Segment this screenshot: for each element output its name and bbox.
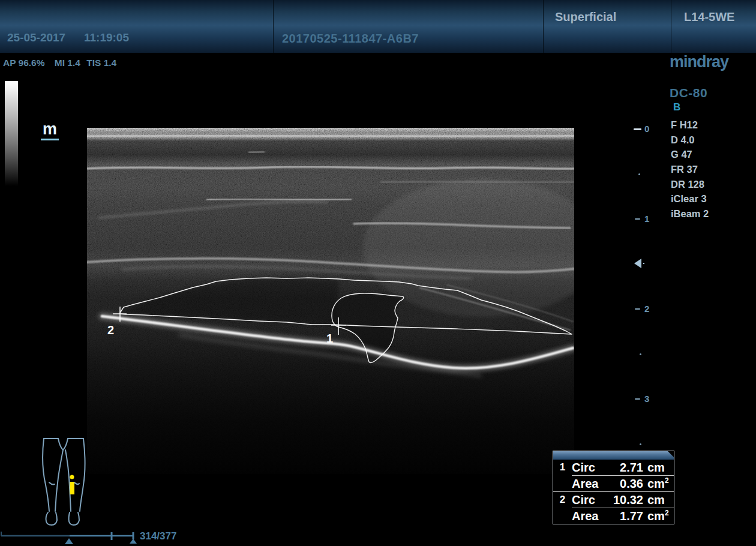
imaging-mode-label: B <box>673 101 680 113</box>
result-number: 1 <box>553 461 572 473</box>
ultrasound-image[interactable]: 2 1 <box>87 128 574 474</box>
ruler-tick <box>635 308 640 310</box>
ruler-tick <box>635 398 640 400</box>
imaging-parameter-list: F H12 D 4.0 G 47 FR 37 DR 128 iClear 3 i… <box>671 118 709 221</box>
result-unit: cm <box>643 460 674 475</box>
probe-button[interactable]: L14-5WE <box>684 10 734 24</box>
focus-dot <box>643 263 644 264</box>
trace-1-label: 1 <box>326 332 333 345</box>
result-row-2-area: Area 1.77 cm2 <box>553 508 674 524</box>
ruler-tick-label: 0 <box>644 124 649 134</box>
topbar-divider <box>543 0 544 53</box>
grayscale-reference-bar <box>5 81 18 186</box>
topbar-divider <box>273 0 274 53</box>
m-marker-underline <box>41 139 59 140</box>
result-value: 1.77 <box>609 509 643 523</box>
param-framerate[interactable]: FR 37 <box>671 162 709 177</box>
result-row-1-area: Area 0.36 cm2 <box>553 476 674 491</box>
result-value: 0.36 <box>609 477 643 491</box>
acoustic-power: AP 96.6% <box>3 58 45 68</box>
ruler-tick-label: 2 <box>644 304 649 314</box>
cine-current-frame-handle[interactable] <box>65 538 73 544</box>
probe-position-marker[interactable] <box>70 482 75 494</box>
result-label: Circ <box>572 493 609 507</box>
measurement-results-panel: 1 Circ 2.71 cm Area 0.36 cm2 2 Circ 10.3… <box>553 451 674 524</box>
exam-date: 25-05-2017 <box>7 31 65 44</box>
cine-frame-counter: 314/377 <box>140 530 176 542</box>
result-label: Circ <box>572 461 609 475</box>
topbar-divider <box>671 0 671 53</box>
patient-id: 20170525-111847-A6B7 <box>282 32 419 46</box>
param-frequency[interactable]: F H12 <box>671 118 709 133</box>
result-value: 10.32 <box>609 493 643 507</box>
result-row-2-circ: 2 Circ 10.32 cm <box>553 492 674 508</box>
results-panel-header[interactable] <box>553 451 674 460</box>
legs-figure-icon <box>43 439 85 525</box>
param-depth[interactable]: D 4.0 <box>671 133 709 148</box>
result-value: 2.71 <box>609 461 643 475</box>
param-iclear[interactable]: iClear 3 <box>671 191 709 206</box>
cine-end-marker <box>130 539 137 544</box>
result-number: 2 <box>553 494 572 506</box>
param-gain[interactable]: G 47 <box>671 147 709 162</box>
ruler-dot <box>640 443 641 445</box>
exam-preset-button[interactable]: Superficial <box>555 10 616 24</box>
result-unit: cm2 <box>643 476 674 491</box>
system-model: DC-80 <box>670 86 707 100</box>
result-unit: cm2 <box>643 509 674 523</box>
acoustic-status-line: AP 96.6% MI 1.4 TIS 1.4 <box>3 58 120 68</box>
top-bar: 25-05-2017 11:19:05 20170525-111847-A6B7… <box>0 0 756 53</box>
ruler-dot <box>640 353 641 355</box>
mechanical-index: MI 1.4 <box>55 58 80 68</box>
body-marker[interactable] <box>35 434 125 533</box>
ruler-tick <box>635 218 640 220</box>
ruler-tick <box>634 128 641 130</box>
probe-orientation-dot <box>70 475 74 479</box>
ruler-tick-label: 1 <box>644 214 649 224</box>
m-marker-letter: m <box>40 120 60 138</box>
exam-time: 11:19:05 <box>84 31 129 44</box>
result-unit: cm <box>643 493 674 507</box>
m-cursor-marker[interactable]: m <box>40 120 60 140</box>
result-label: Area <box>572 477 609 491</box>
param-dynamic-range[interactable]: DR 128 <box>671 177 709 192</box>
thermal-index: TIS 1.4 <box>86 58 116 68</box>
mindray-logo: mindray <box>670 53 728 71</box>
ruler-tick-label: 3 <box>644 394 649 404</box>
trace-2-label: 2 <box>107 323 114 337</box>
ultrasound-system-screen: 25-05-2017 11:19:05 20170525-111847-A6B7… <box>0 0 756 546</box>
focus-position-arrow-icon[interactable] <box>634 259 641 268</box>
ruler-dot <box>638 173 640 175</box>
result-label: Area <box>572 509 609 523</box>
result-row-1-circ: 1 Circ 2.71 cm <box>553 460 674 475</box>
param-ibeam[interactable]: iBeam 2 <box>671 206 709 221</box>
